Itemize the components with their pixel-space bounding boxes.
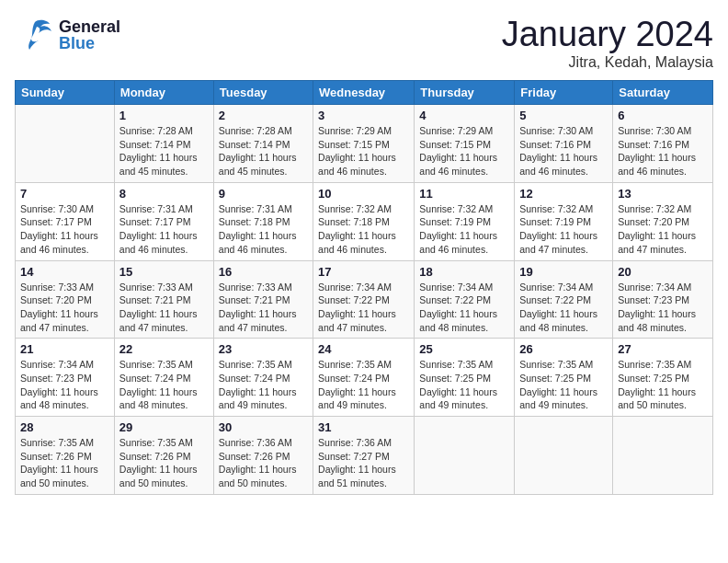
logo-text: General Blue: [59, 18, 120, 52]
day-info: Sunrise: 7:29 AM Sunset: 7:15 PM Dayligh…: [419, 124, 509, 178]
day-info: Sunrise: 7:35 AM Sunset: 7:24 PM Dayligh…: [219, 358, 308, 412]
calendar-week-row: 1Sunrise: 7:28 AM Sunset: 7:14 PM Daylig…: [16, 105, 713, 183]
day-info: Sunrise: 7:35 AM Sunset: 7:25 PM Dayligh…: [618, 358, 708, 412]
calendar-header-row: SundayMondayTuesdayWednesdayThursdayFrid…: [16, 81, 713, 105]
day-info: Sunrise: 7:35 AM Sunset: 7:26 PM Dayligh…: [20, 436, 109, 490]
calendar-cell: 9Sunrise: 7:31 AM Sunset: 7:18 PM Daylig…: [213, 182, 313, 260]
day-info: Sunrise: 7:35 AM Sunset: 7:25 PM Dayligh…: [419, 358, 509, 412]
calendar-cell: 16Sunrise: 7:33 AM Sunset: 7:21 PM Dayli…: [213, 260, 313, 339]
day-info: Sunrise: 7:35 AM Sunset: 7:24 PM Dayligh…: [119, 358, 209, 412]
calendar-cell: 29Sunrise: 7:35 AM Sunset: 7:26 PM Dayli…: [114, 417, 213, 495]
day-info: Sunrise: 7:36 AM Sunset: 7:27 PM Dayligh…: [318, 436, 409, 490]
logo-blue-text: Blue: [59, 35, 120, 52]
day-header-tuesday: Tuesday: [213, 81, 313, 105]
day-info: Sunrise: 7:30 AM Sunset: 7:16 PM Dayligh…: [618, 124, 708, 178]
calendar-cell: 2Sunrise: 7:28 AM Sunset: 7:14 PM Daylig…: [213, 105, 313, 183]
day-number: 20: [618, 265, 708, 279]
day-number: 13: [618, 187, 708, 201]
day-number: 30: [219, 420, 308, 434]
day-info: Sunrise: 7:33 AM Sunset: 7:21 PM Dayligh…: [219, 281, 308, 335]
calendar-cell: 10Sunrise: 7:32 AM Sunset: 7:18 PM Dayli…: [313, 182, 415, 260]
day-number: 21: [20, 342, 109, 356]
logo-icon: [15, 15, 55, 55]
calendar-cell: 6Sunrise: 7:30 AM Sunset: 7:16 PM Daylig…: [613, 105, 713, 183]
day-number: 17: [318, 265, 409, 279]
calendar-cell: 28Sunrise: 7:35 AM Sunset: 7:26 PM Dayli…: [16, 417, 115, 495]
calendar-cell: 13Sunrise: 7:32 AM Sunset: 7:20 PM Dayli…: [613, 182, 713, 260]
calendar-cell: 7Sunrise: 7:30 AM Sunset: 7:17 PM Daylig…: [16, 182, 115, 260]
calendar-cell: 14Sunrise: 7:33 AM Sunset: 7:20 PM Dayli…: [16, 260, 115, 339]
day-info: Sunrise: 7:31 AM Sunset: 7:18 PM Dayligh…: [219, 202, 308, 257]
day-number: 4: [419, 109, 509, 122]
day-number: 25: [419, 342, 509, 356]
day-number: 31: [318, 420, 409, 434]
day-info: Sunrise: 7:35 AM Sunset: 7:25 PM Dayligh…: [519, 358, 608, 412]
calendar-cell: 18Sunrise: 7:34 AM Sunset: 7:22 PM Dayli…: [415, 260, 515, 339]
calendar-cell: [613, 417, 713, 495]
day-number: 15: [119, 265, 209, 279]
day-info: Sunrise: 7:34 AM Sunset: 7:23 PM Dayligh…: [20, 358, 109, 412]
logo: General Blue: [15, 15, 120, 55]
calendar-cell: 31Sunrise: 7:36 AM Sunset: 7:27 PM Dayli…: [313, 417, 415, 495]
calendar-cell: 3Sunrise: 7:29 AM Sunset: 7:15 PM Daylig…: [313, 105, 415, 183]
day-number: 19: [519, 265, 608, 279]
day-info: Sunrise: 7:34 AM Sunset: 7:22 PM Dayligh…: [519, 281, 608, 335]
page-header: General Blue January 2024 Jitra, Kedah, …: [15, 15, 713, 71]
day-number: 23: [219, 342, 308, 356]
calendar-cell: 8Sunrise: 7:31 AM Sunset: 7:17 PM Daylig…: [114, 182, 213, 260]
month-title: January 2024: [502, 15, 713, 54]
calendar-cell: 11Sunrise: 7:32 AM Sunset: 7:19 PM Dayli…: [415, 182, 515, 260]
day-info: Sunrise: 7:32 AM Sunset: 7:18 PM Dayligh…: [318, 202, 409, 257]
calendar-cell: 24Sunrise: 7:35 AM Sunset: 7:24 PM Dayli…: [313, 339, 415, 417]
calendar-week-row: 14Sunrise: 7:33 AM Sunset: 7:20 PM Dayli…: [16, 260, 713, 339]
day-number: 10: [318, 187, 409, 201]
calendar-cell: 5Sunrise: 7:30 AM Sunset: 7:16 PM Daylig…: [515, 105, 613, 183]
calendar-cell: 22Sunrise: 7:35 AM Sunset: 7:24 PM Dayli…: [114, 339, 213, 417]
day-info: Sunrise: 7:29 AM Sunset: 7:15 PM Dayligh…: [318, 124, 409, 178]
calendar-cell: 30Sunrise: 7:36 AM Sunset: 7:26 PM Dayli…: [213, 417, 313, 495]
day-number: 1: [119, 109, 209, 122]
day-info: Sunrise: 7:31 AM Sunset: 7:17 PM Dayligh…: [119, 202, 209, 257]
calendar-cell: 17Sunrise: 7:34 AM Sunset: 7:22 PM Dayli…: [313, 260, 415, 339]
day-number: 24: [318, 342, 409, 356]
calendar-cell: 4Sunrise: 7:29 AM Sunset: 7:15 PM Daylig…: [415, 105, 515, 183]
day-number: 2: [219, 109, 308, 122]
day-info: Sunrise: 7:30 AM Sunset: 7:17 PM Dayligh…: [20, 202, 109, 257]
day-info: Sunrise: 7:32 AM Sunset: 7:19 PM Dayligh…: [519, 202, 608, 257]
logo-general-text: General: [59, 18, 120, 35]
calendar-week-row: 28Sunrise: 7:35 AM Sunset: 7:26 PM Dayli…: [16, 417, 713, 495]
day-number: 14: [20, 265, 109, 279]
day-number: 29: [119, 420, 209, 434]
calendar-cell: 19Sunrise: 7:34 AM Sunset: 7:22 PM Dayli…: [515, 260, 613, 339]
calendar-cell: [515, 417, 613, 495]
day-header-wednesday: Wednesday: [313, 81, 415, 105]
day-number: 28: [20, 420, 109, 434]
day-info: Sunrise: 7:33 AM Sunset: 7:21 PM Dayligh…: [119, 281, 209, 335]
day-info: Sunrise: 7:36 AM Sunset: 7:26 PM Dayligh…: [219, 436, 308, 490]
day-number: 22: [119, 342, 209, 356]
calendar-cell: 23Sunrise: 7:35 AM Sunset: 7:24 PM Dayli…: [213, 339, 313, 417]
day-info: Sunrise: 7:32 AM Sunset: 7:20 PM Dayligh…: [618, 202, 708, 257]
calendar-cell: 26Sunrise: 7:35 AM Sunset: 7:25 PM Dayli…: [515, 339, 613, 417]
day-info: Sunrise: 7:34 AM Sunset: 7:22 PM Dayligh…: [419, 281, 509, 335]
calendar-cell: 1Sunrise: 7:28 AM Sunset: 7:14 PM Daylig…: [114, 105, 213, 183]
day-number: 16: [219, 265, 308, 279]
calendar-cell: 25Sunrise: 7:35 AM Sunset: 7:25 PM Dayli…: [415, 339, 515, 417]
day-number: 26: [519, 342, 608, 356]
day-number: 18: [419, 265, 509, 279]
calendar-cell: 15Sunrise: 7:33 AM Sunset: 7:21 PM Dayli…: [114, 260, 213, 339]
day-number: 9: [219, 187, 308, 201]
day-info: Sunrise: 7:34 AM Sunset: 7:22 PM Dayligh…: [318, 281, 409, 335]
day-number: 8: [119, 187, 209, 201]
calendar-week-row: 7Sunrise: 7:30 AM Sunset: 7:17 PM Daylig…: [16, 182, 713, 260]
day-info: Sunrise: 7:28 AM Sunset: 7:14 PM Dayligh…: [119, 124, 209, 178]
day-header-monday: Monday: [114, 81, 213, 105]
day-number: 3: [318, 109, 409, 122]
day-info: Sunrise: 7:32 AM Sunset: 7:19 PM Dayligh…: [419, 202, 509, 257]
calendar-cell: 27Sunrise: 7:35 AM Sunset: 7:25 PM Dayli…: [613, 339, 713, 417]
day-header-sunday: Sunday: [16, 81, 115, 105]
day-info: Sunrise: 7:30 AM Sunset: 7:16 PM Dayligh…: [519, 124, 608, 178]
day-number: 12: [519, 187, 608, 201]
location-title: Jitra, Kedah, Malaysia: [502, 54, 713, 71]
calendar-week-row: 21Sunrise: 7:34 AM Sunset: 7:23 PM Dayli…: [16, 339, 713, 417]
